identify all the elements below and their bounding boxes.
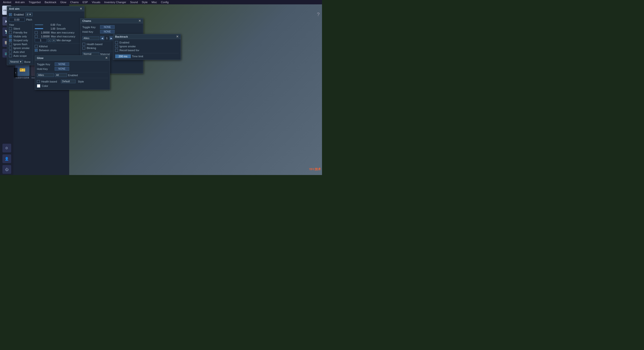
backtrack-ignore-smoke-label: Ignore smoke (120, 45, 136, 48)
glow-style-dropdown[interactable]: Default (61, 80, 76, 83)
chams-prev-arrow[interactable]: ◀ (100, 36, 104, 40)
carousel-prev-arrow[interactable]: ‹ (14, 68, 18, 77)
chams-toggle-key-row: Toggle Key NONE (82, 25, 141, 29)
glow-title-bar[interactable]: Glow ✕ (35, 55, 110, 60)
ignore-flash-checkbox[interactable] (9, 43, 12, 46)
fov-slider-row: 0.00 Fov (35, 23, 86, 27)
menu-antiaim[interactable]: Anti aim (13, 0, 27, 4)
glow-hold-key-button[interactable]: NONE (55, 67, 69, 71)
max-aim-checkbox[interactable] (35, 31, 38, 34)
menu-bar: Aimbot Anti aim Triggerbot Backtrack Glo… (0, 0, 322, 4)
glow-all-dropdown[interactable]: All (55, 73, 67, 77)
store-item-name-1: 作战室印花胶囊 (16, 77, 29, 79)
between-shots-checkbox[interactable] (35, 49, 38, 52)
menu-style[interactable]: Style (140, 0, 150, 4)
watermark: TFC技术 (309, 167, 321, 171)
min-damage-input[interactable] (35, 38, 47, 42)
glow-window: Glow ✕ Toggle Key NONE Hold Key NONE All… (35, 55, 110, 90)
menu-chams[interactable]: Chams (68, 0, 80, 4)
max-shot-checkbox[interactable] (35, 35, 38, 38)
min-damage-minus[interactable]: - (48, 38, 51, 42)
glow-style-label: Style (78, 80, 84, 83)
ignore-smoke-row: Ignore smoke (9, 46, 30, 50)
killshot-checkbox[interactable] (35, 45, 38, 48)
killshot-label: Killshot (39, 45, 48, 48)
help-icon[interactable]: ? (317, 12, 320, 17)
chams-hold-key-button[interactable]: NONE (100, 30, 114, 33)
scoped-only-checkbox[interactable] (9, 39, 12, 42)
silent-row: Silent (9, 27, 30, 30)
min-damage-plus[interactable]: + (52, 38, 56, 42)
max-shot-label: Max shot inaccuracy (51, 35, 80, 38)
auto-scope-row: Auto scope (9, 54, 30, 58)
pitch-label: Pitch (26, 18, 32, 21)
silent-checkbox[interactable] (9, 27, 12, 30)
chams-hold-key-label: Hold Key (82, 30, 98, 33)
yaw-row: Yaw (9, 23, 30, 27)
bone-area: Nearest ▼ Bone (9, 60, 30, 64)
chams-health-based-checkbox[interactable] (82, 43, 85, 46)
friendly-fire-checkbox[interactable] (9, 31, 12, 34)
glow-allies-dropdown[interactable]: Allies (37, 73, 54, 77)
fov-value: 0.00 (44, 23, 55, 26)
glow-toggle-key-button[interactable]: NONE (55, 62, 69, 66)
backtrack-time-input[interactable] (115, 54, 131, 58)
backtrack-close-button[interactable]: ✕ (176, 35, 179, 38)
auto-scope-checkbox[interactable] (9, 54, 12, 57)
antiaim-enabled-checkbox[interactable] (9, 13, 12, 16)
menu-config[interactable]: Config (159, 0, 171, 4)
chams-title: Chams (82, 19, 91, 22)
glow-color-swatch[interactable] (37, 84, 40, 88)
menu-triggerbot[interactable]: Triggerbot (27, 0, 43, 4)
chams-blinking-checkbox[interactable] (82, 47, 85, 49)
backtrack-ignore-smoke-checkbox[interactable] (115, 45, 118, 48)
auto-scope-label: Auto scope (13, 54, 27, 57)
glow-health-based-label: Health based (41, 80, 57, 83)
smooth-slider[interactable] (35, 28, 43, 29)
pitch-input[interactable] (9, 18, 25, 21)
glow-enabled-label: Enabled (68, 74, 78, 77)
chams-material-label: Material (100, 53, 110, 55)
menu-aimbot[interactable]: Aimbot (1, 0, 13, 4)
menu-glow[interactable]: Glow (58, 0, 68, 4)
sidebar-settings-icon[interactable]: ⚙ (2, 144, 11, 152)
antiaim-enabled-label: Enabled (14, 13, 24, 16)
glow-color-label: Color (42, 84, 48, 87)
glow-health-based-checkbox[interactable] (37, 80, 40, 83)
visible-only-checkbox[interactable] (9, 35, 12, 38)
menu-misc[interactable]: Misc (150, 0, 159, 4)
backtrack-title: Backtrack (115, 35, 128, 38)
ignore-smoke-label: Ignore smoke (13, 47, 30, 49)
bone-dropdown[interactable]: Nearest ▼ (9, 60, 23, 64)
glow-toggle-key-label: Toggle Key (37, 63, 53, 66)
chams-allies-dropdown[interactable]: Allies (82, 36, 99, 40)
fov-slider[interactable] (35, 24, 43, 25)
ignore-smoke-checkbox[interactable] (9, 47, 12, 49)
menu-visuals[interactable]: Visuals (90, 0, 102, 4)
chams-toggle-key-button[interactable]: NONE (100, 25, 114, 29)
antiaim-title-bar[interactable]: Anti aim ✕ (7, 6, 84, 11)
backtrack-enabled-checkbox[interactable] (115, 41, 118, 44)
friendly-fire-row: Friendly fire (9, 30, 30, 34)
sidebar-profile-icon[interactable]: 👤 (2, 154, 11, 163)
auto-shot-checkbox[interactable] (9, 50, 12, 53)
friendly-fire-label: Friendly fire (13, 31, 27, 34)
menu-backtrack[interactable]: Backtrack (43, 0, 58, 4)
backtrack-enabled-label: Enabled (120, 41, 129, 44)
backtrack-recoil-checkbox[interactable] (115, 49, 118, 52)
backtrack-recoil-label: Recoil based fov (120, 49, 139, 52)
chams-health-based-label: Health based (87, 43, 102, 46)
backtrack-enabled-row: Enabled (115, 40, 179, 44)
chams-title-bar[interactable]: Chams ✕ (80, 18, 143, 23)
antiaim-mode-dropdown[interactable]: d ▼ (26, 13, 32, 16)
chams-close-button[interactable]: ✕ (138, 19, 141, 22)
sidebar-power-icon[interactable]: ⏻ (2, 165, 11, 174)
silent-label: Silent (13, 27, 20, 30)
backtrack-title-bar[interactable]: Backtrack ✕ (113, 34, 181, 39)
backtrack-window: Backtrack ✕ Enabled Ignore smoke Recoil … (113, 34, 181, 60)
glow-close-button[interactable]: ✕ (105, 56, 108, 59)
menu-esp[interactable]: ESP (80, 0, 90, 4)
menu-inventory-changer[interactable]: Inventory Changer (102, 0, 128, 4)
antiaim-close-button[interactable]: ✕ (80, 7, 82, 10)
menu-sound[interactable]: Sound (128, 0, 140, 4)
